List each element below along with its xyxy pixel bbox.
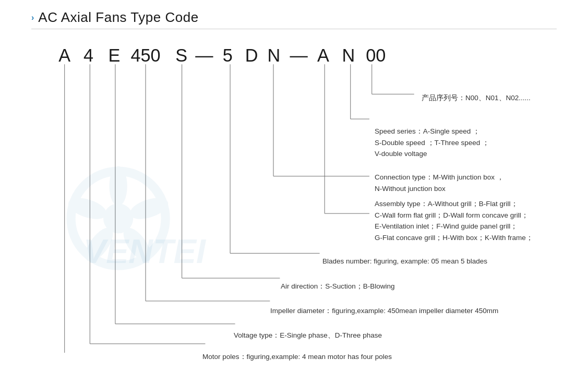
- code-D: D: [245, 45, 258, 65]
- code-S: S: [175, 45, 187, 65]
- code-dash1: —: [195, 45, 213, 65]
- annotation-assembly-type: Assembly type：A-Without grill；B-Flat gri…: [375, 198, 533, 243]
- code-4: 4: [83, 45, 93, 65]
- code-N2: N: [342, 45, 355, 65]
- annotation-impeller-diameter: Impeller diameter：figuring,example: 450m…: [270, 306, 498, 317]
- annotation-product-series: 产品序列号：N00、N01、N02......: [422, 93, 531, 104]
- code-N1: N: [268, 45, 281, 65]
- annotation-voltage-type: Voltage type：E-Single phase、D-Three phas…: [234, 330, 382, 341]
- page-container: › AC Axial Fans Type Code A 4 E 450 S — …: [0, 0, 588, 371]
- header-divider: [31, 29, 557, 29]
- svg-text:VENTEI: VENTEI: [83, 232, 207, 270]
- code-5: 5: [223, 45, 233, 65]
- chevron-icon: ›: [31, 13, 34, 22]
- code-A: A: [58, 45, 70, 65]
- annotation-motor-poles: Motor poles：figuring,example: 4 mean mot…: [202, 352, 392, 363]
- code-00: 00: [366, 45, 386, 65]
- svg-point-22: [109, 166, 127, 206]
- code-dash2: —: [290, 45, 308, 65]
- annotation-speed-series: Speed series：A-Single speed ； S-Double s…: [375, 126, 489, 160]
- annotation-air-direction: Air direction：S-Suction；B-Blowing: [281, 281, 395, 292]
- code-450: 450: [130, 45, 160, 65]
- page-title: AC Axial Fans Type Code: [38, 9, 198, 26]
- code-A2: A: [317, 45, 329, 65]
- diagram-container: A 4 E 450 S — 5 D N — A N 00: [31, 34, 558, 353]
- code-E: E: [109, 45, 121, 65]
- annotation-blades-number: Blades number: figuring, example: 05 mea…: [322, 256, 487, 267]
- header-section: › AC Axial Fans Type Code: [31, 9, 557, 26]
- annotation-connection-type: Connection type：M-With junction box ， N-…: [375, 172, 504, 194]
